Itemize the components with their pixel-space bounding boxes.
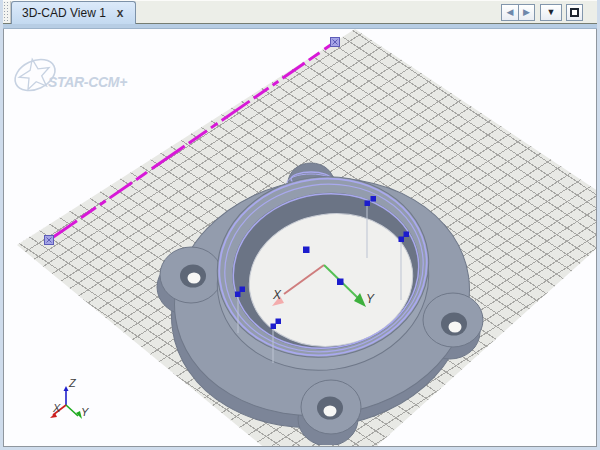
watermark-text: STAR-CCM+ (48, 74, 127, 90)
tab-title: 3D-CAD View 1 (22, 6, 106, 20)
cad-flange-body[interactable] (156, 160, 485, 445)
chevron-down-icon: ▼ (547, 8, 556, 17)
tab-close-icon[interactable]: x (115, 7, 126, 19)
tab-bar: 3D-CAD View 1 x ◀ ▶ ▼ (3, 0, 597, 24)
cad-scene: STAR-CCM+ (4, 29, 597, 445)
star-icon (19, 59, 49, 89)
triad-z-arrow-icon (64, 386, 69, 391)
orientation-triad: Z X Y (50, 377, 89, 419)
scroll-tabs-right-button[interactable]: ▶ (518, 4, 535, 21)
3d-cad-view-window: 3D-CAD View 1 x ◀ ▶ ▼ (0, 0, 600, 450)
tab-bar-spacer (136, 1, 502, 23)
tab-list-dropdown-button[interactable]: ▼ (540, 4, 562, 21)
maximize-button[interactable] (566, 4, 583, 21)
x-axis-label: X (272, 288, 282, 302)
tab-controls: ◀ ▶ ▼ (501, 1, 583, 23)
triad-y-label: Y (81, 406, 89, 418)
tab-3d-cad-view-1[interactable]: 3D-CAD View 1 x (11, 1, 136, 24)
line-endpoint-handle[interactable] (45, 236, 54, 245)
triad-x-label: X (52, 402, 61, 414)
right-arrow-icon: ▶ (523, 8, 530, 17)
maximize-icon (570, 8, 579, 17)
left-arrow-icon: ◀ (507, 8, 514, 17)
tab-drag-grip[interactable] (3, 1, 11, 23)
y-axis-label: Y (366, 292, 375, 306)
starccm-watermark-logo: STAR-CCM+ (10, 53, 127, 96)
3d-viewport[interactable]: STAR-CCM+ (3, 29, 597, 447)
line-endpoint-handle[interactable] (331, 38, 340, 47)
triad-z-label: Z (68, 377, 77, 389)
scroll-tabs-left-button[interactable]: ◀ (501, 4, 518, 21)
